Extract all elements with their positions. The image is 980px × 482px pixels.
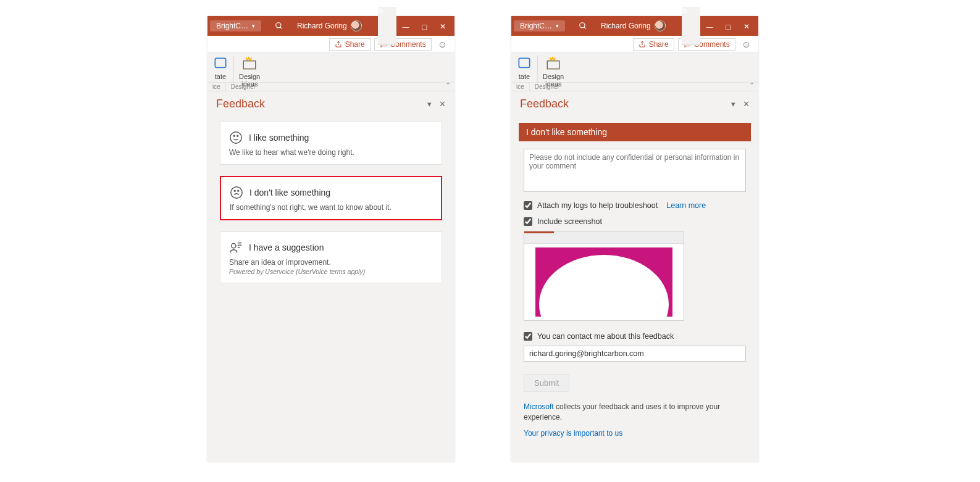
feedback-like-card[interactable]: I like something We like to hear what we…: [220, 122, 442, 165]
feedback-comment-input[interactable]: [524, 149, 746, 192]
footer-text: Microsoft collects your feedback and use…: [524, 402, 746, 423]
user-account[interactable]: Richard Goring: [601, 20, 666, 31]
svg-point-5: [233, 135, 235, 136]
titlebar: BrightC… Richard Goring: [207, 16, 454, 36]
form-header: I don't like something: [519, 123, 751, 141]
dictate-icon: [516, 56, 532, 72]
ribbon-group-label: ice: [207, 83, 225, 91]
pane-close-icon[interactable]: ✕: [743, 99, 750, 109]
avatar: [351, 20, 362, 31]
include-screenshot-label: Include screenshot: [537, 217, 602, 226]
include-screenshot-checkbox[interactable]: [524, 217, 532, 226]
design-ideas-icon: [545, 56, 561, 72]
privacy-link[interactable]: Your privacy is important to us: [524, 429, 746, 438]
share-bar: Share Comments ☺: [511, 36, 758, 53]
svg-line-12: [584, 27, 586, 29]
document-tab[interactable]: BrightC…: [514, 20, 565, 31]
card-title: I like something: [249, 133, 309, 143]
smile-icon: [229, 131, 243, 144]
svg-point-8: [234, 190, 235, 191]
share-icon: [639, 41, 646, 48]
contact-me-label: You can contact me about this feedback: [537, 332, 674, 341]
powerpoint-window-right: BrightC… Richard Goring Share Comments ☺: [511, 16, 758, 462]
svg-line-1: [280, 27, 282, 29]
learn-more-link[interactable]: Learn more: [666, 201, 706, 210]
close-button[interactable]: [737, 22, 756, 31]
collapse-ribbon-icon[interactable]: ⌃: [445, 81, 451, 89]
pane-dropdown-icon[interactable]: ▾: [731, 99, 735, 109]
pane-body: I don't like something Attach my logs to…: [511, 115, 758, 455]
dictate-icon: [212, 56, 228, 72]
svg-rect-13: [519, 58, 529, 67]
card-subtitle: If something's not right, we want to kno…: [230, 203, 432, 212]
svg-point-4: [230, 132, 241, 143]
frown-icon: [230, 186, 243, 199]
pane-header: Feedback ▾ ✕: [207, 91, 454, 115]
feedback-suggest-card[interactable]: I have a suggestion Share an idea or imp…: [220, 231, 442, 283]
share-button[interactable]: Share: [329, 38, 371, 51]
search-icon[interactable]: [579, 22, 587, 30]
pane-title: Feedback: [520, 98, 569, 110]
document-tab[interactable]: BrightC…: [210, 20, 261, 31]
feedback-dislike-card[interactable]: I don't like something If something's no…: [220, 176, 442, 220]
ribbon-display-icon[interactable]: [682, 7, 700, 45]
maximize-button[interactable]: [415, 22, 433, 31]
svg-rect-2: [215, 58, 225, 67]
share-bar: Share Comments ☺: [207, 36, 454, 53]
include-screenshot-row[interactable]: Include screenshot: [524, 217, 746, 226]
titlebar: BrightC… Richard Goring: [511, 16, 758, 36]
card-note: Powered by Uservoice (UserVoice terms ap…: [229, 268, 433, 275]
pane-close-icon[interactable]: ✕: [439, 99, 446, 109]
svg-point-7: [231, 187, 242, 198]
ribbon-group-label: Designer: [225, 83, 261, 91]
ribbon-group-label: Designer: [529, 83, 564, 91]
svg-point-6: [237, 135, 238, 136]
powerpoint-window-left: BrightC… Richard Goring Share Comments ☺: [207, 16, 454, 462]
user-account[interactable]: Richard Goring: [297, 20, 362, 31]
avatar: [655, 20, 666, 31]
attach-logs-label: Attach my logs to help troubleshoot: [537, 201, 658, 210]
close-button[interactable]: [433, 22, 452, 31]
card-title: I have a suggestion: [249, 243, 324, 252]
attach-logs-checkbox[interactable]: [524, 201, 532, 210]
screenshot-preview[interactable]: Eliminate death by PowerPoint ☠: [524, 231, 684, 321]
submit-button[interactable]: Submit: [524, 374, 569, 392]
ribbon-group-label: ice: [511, 83, 529, 91]
search-icon[interactable]: [275, 22, 283, 30]
svg-rect-14: [547, 61, 559, 69]
contact-me-row[interactable]: You can contact me about this feedback: [524, 332, 746, 341]
attach-logs-row[interactable]: Attach my logs to help troubleshoot Lear…: [524, 201, 746, 210]
pane-header: Feedback ▾ ✕: [511, 91, 758, 115]
svg-point-10: [232, 244, 236, 248]
collapse-ribbon-icon[interactable]: ⌃: [749, 81, 755, 89]
feedback-pane: Feedback ▾ ✕ I don't like something Atta…: [511, 91, 758, 462]
svg-point-9: [238, 190, 239, 191]
maximize-button[interactable]: [719, 22, 737, 31]
email-field[interactable]: [524, 346, 746, 362]
pane-title: Feedback: [216, 98, 265, 110]
pane-body: I like something We like to hear what we…: [207, 115, 454, 455]
svg-point-11: [580, 23, 585, 28]
ribbon-dictate-group[interactable]: tate: [511, 53, 537, 81]
minimize-button[interactable]: [700, 22, 719, 31]
svg-point-0: [276, 23, 281, 28]
card-subtitle: Share an idea or improvement.: [229, 258, 433, 267]
slide-graphic-icon: ☠: [600, 275, 617, 296]
card-title: I don't like something: [249, 188, 330, 197]
minimize-button[interactable]: [396, 22, 415, 31]
card-subtitle: We like to hear what we're doing right.: [229, 148, 433, 157]
ribbon-dictate-group[interactable]: tate: [207, 53, 233, 81]
ribbon-display-icon[interactable]: [378, 7, 396, 45]
share-icon: [335, 41, 342, 48]
svg-rect-3: [243, 61, 256, 69]
feedback-smile-button[interactable]: ☺: [739, 39, 753, 49]
contact-me-checkbox[interactable]: [524, 332, 532, 341]
share-button[interactable]: Share: [633, 38, 674, 51]
microsoft-link[interactable]: Microsoft: [524, 402, 554, 411]
user-name: Richard Goring: [297, 22, 347, 30]
feedback-smile-button[interactable]: ☺: [435, 39, 450, 49]
ribbon: tate Design Ideas ice Designer ⌃: [207, 53, 454, 91]
suggestion-icon: [229, 241, 243, 254]
pane-dropdown-icon[interactable]: ▾: [427, 99, 432, 109]
user-name: Richard Goring: [601, 22, 651, 30]
